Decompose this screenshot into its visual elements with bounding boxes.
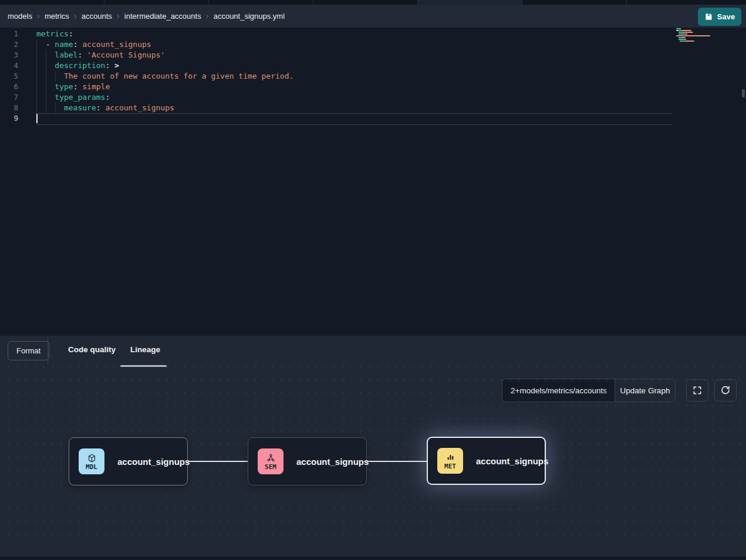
- code-line[interactable]: 8 measure: account_signups: [0, 103, 746, 113]
- code-text: type: simple: [26, 82, 110, 92]
- save-button-label: Save: [717, 12, 735, 21]
- code-text: metrics:: [26, 29, 73, 39]
- header-divider: [48, 338, 48, 363]
- window-tab[interactable]: [209, 0, 313, 5]
- code-line[interactable]: 6 type: simple: [0, 82, 746, 92]
- breadcrumb-item[interactable]: models: [8, 12, 32, 21]
- code-text: type_params:: [26, 92, 110, 103]
- bottom-panel: Format Code quality Lineage Update Graph: [0, 336, 746, 560]
- code-text: measure: account_signups: [26, 103, 174, 113]
- minimap[interactable]: [676, 28, 710, 44]
- line-number: 6: [0, 82, 26, 92]
- node-label: account_signups: [296, 457, 369, 467]
- breadcrumb-separator-icon: ›: [74, 11, 77, 20]
- line-number: 3: [0, 50, 26, 60]
- ide-window: models›metrics›accounts›intermediate_acc…: [0, 0, 746, 560]
- window-tab[interactable]: [104, 0, 209, 5]
- tab-code-quality[interactable]: Code quality: [68, 345, 116, 354]
- metric-badge-label: MET: [444, 463, 456, 470]
- format-button[interactable]: Format: [8, 341, 49, 360]
- window-tab-strip: [0, 0, 746, 5]
- code-line[interactable]: 5 The count of new accounts for a given …: [0, 71, 746, 82]
- line-number: 2: [0, 39, 26, 50]
- breadcrumb-separator-icon: ›: [117, 11, 120, 20]
- line-number: 4: [0, 60, 26, 71]
- metric-badge: MET: [437, 448, 463, 474]
- breadcrumb: models›metrics›accounts›intermediate_acc…: [8, 12, 287, 21]
- code-text: - name: account_signups: [26, 39, 151, 50]
- breadcrumb-bar: models›metrics›accounts›intermediate_acc…: [0, 5, 746, 28]
- lineage-edge: [367, 461, 427, 462]
- window-tab[interactable]: [0, 0, 104, 5]
- editor-scrollbar[interactable]: [742, 89, 745, 97]
- bar-chart-icon: [445, 453, 455, 463]
- breadcrumb-separator-icon: ›: [206, 11, 209, 20]
- code-line[interactable]: 1metrics:: [0, 29, 746, 39]
- window-tab[interactable]: [313, 0, 418, 5]
- breadcrumb-separator-icon: ›: [37, 11, 40, 20]
- line-number: 8: [0, 103, 26, 113]
- save-button[interactable]: Save: [698, 8, 741, 26]
- lineage-canvas[interactable]: MDL account_signups SEM account_signups: [0, 365, 746, 540]
- breadcrumb-item[interactable]: metrics: [45, 12, 69, 21]
- node-label: account_signups: [476, 456, 548, 466]
- window-tab[interactable]: [522, 0, 627, 5]
- model-badge: MDL: [79, 448, 104, 474]
- lineage-node-model[interactable]: MDL account_signups: [69, 437, 188, 485]
- node-label: account_signups: [117, 457, 190, 467]
- code-line[interactable]: 4 description: >: [0, 60, 746, 71]
- line-number: 5: [0, 71, 26, 82]
- code-lines: 1metrics:2 - name: account_signups3 labe…: [0, 29, 746, 124]
- lineage-edge: [188, 461, 248, 462]
- semantic-model-badge-label: SEM: [265, 464, 276, 470]
- code-line[interactable]: 2 - name: account_signups: [0, 39, 746, 50]
- code-text: The count of new accounts for a given ti…: [26, 71, 293, 82]
- code-line[interactable]: 7 type_params:: [0, 92, 746, 103]
- breadcrumb-item[interactable]: accounts: [82, 12, 112, 21]
- model-badge-label: MDL: [86, 464, 97, 470]
- breadcrumb-item[interactable]: account_signups.yml: [214, 12, 285, 21]
- line-number: 7: [0, 92, 26, 103]
- tab-lineage[interactable]: Lineage: [130, 345, 160, 354]
- code-text: label: 'Account Signups': [26, 50, 165, 60]
- lineage-node-metric[interactable]: MET account_signups: [427, 437, 546, 485]
- code-text: description: >: [26, 60, 119, 71]
- window-tab[interactable]: [627, 0, 746, 5]
- text-cursor: [36, 114, 38, 123]
- breadcrumb-item[interactable]: intermediate_accounts: [124, 12, 201, 21]
- code-line[interactable]: 9: [0, 113, 746, 124]
- line-number: 9: [0, 113, 26, 124]
- semantic-model-badge: SEM: [258, 448, 283, 474]
- floppy-disk-icon: [704, 12, 713, 21]
- network-icon: [266, 453, 276, 463]
- lineage-node-semantic-model[interactable]: SEM account_signups: [248, 437, 367, 485]
- line-number: 1: [0, 29, 26, 39]
- window-tab[interactable]: [418, 0, 522, 5]
- code-editor[interactable]: 1metrics:2 - name: account_signups3 labe…: [0, 28, 746, 336]
- cube-icon: [87, 453, 97, 463]
- code-line[interactable]: 3 label: 'Account Signups': [0, 50, 746, 60]
- code-text: [26, 113, 36, 124]
- canvas-bottom-edge: [0, 556, 746, 560]
